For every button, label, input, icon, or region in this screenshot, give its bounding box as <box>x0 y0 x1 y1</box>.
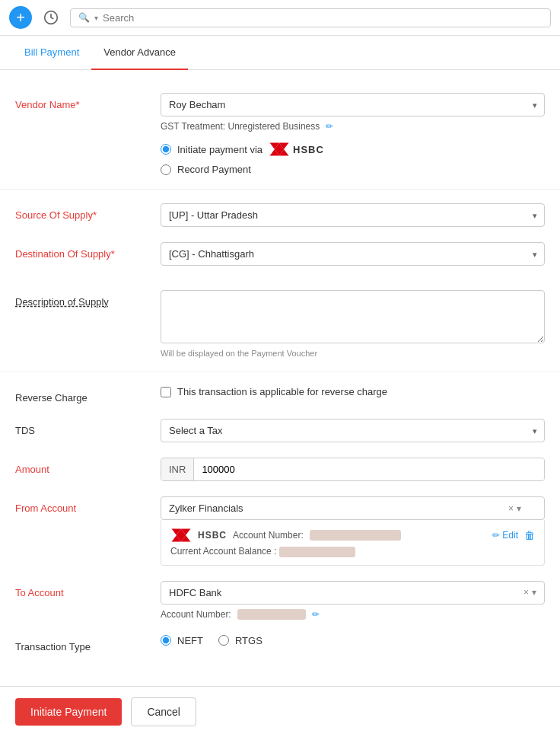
search-icon: 🔍 <box>78 12 90 23</box>
hsbc-mini-logo <box>170 528 192 543</box>
to-account-select-box[interactable]: HDFC Bank × ▾ <box>161 581 545 605</box>
to-account-caret-icon[interactable]: ▾ <box>532 587 536 598</box>
tabs-container: Bill Payment Vendor Advance <box>0 36 560 70</box>
currency-label: INR <box>161 458 194 480</box>
to-account-number-label: Account Number: <box>161 609 231 620</box>
topbar: + 🔍 ▾ <box>0 0 560 36</box>
footer: Initiate Payment Cancel <box>0 686 560 737</box>
transaction-type-row: Transaction Type NEFT RTGS <box>0 627 560 660</box>
to-account-clear-icon[interactable]: × <box>523 587 529 598</box>
reverse-charge-checkbox-label: This transaction is applicable for rever… <box>177 386 387 397</box>
reverse-charge-row: Reverse Charge This transaction is appli… <box>0 378 560 411</box>
neft-radio[interactable]: NEFT <box>161 635 203 646</box>
destination-supply-select[interactable]: [CG] - Chhattisgarh <box>161 242 545 266</box>
amount-row: Amount INR <box>0 450 560 489</box>
destination-supply-label: Destination Of Supply* <box>15 242 148 260</box>
desc-supply-textarea[interactable] <box>161 290 545 343</box>
neft-label: NEFT <box>177 635 203 646</box>
balance-row: Current Account Balance : <box>170 546 535 557</box>
account-number-row: HSBC Account Number: ✏ Edit 🗑 <box>170 528 535 543</box>
initiate-payment-radio-input[interactable] <box>161 144 171 155</box>
tds-select[interactable]: Select a Tax <box>161 419 545 442</box>
cancel-button[interactable]: Cancel <box>131 697 196 726</box>
hsbc-text: HSBC <box>293 144 324 155</box>
delete-account-icon[interactable]: 🗑 <box>524 529 535 541</box>
gst-treatment-value: Unregistered Business <box>228 121 320 132</box>
reverse-charge-label: Reverse Charge <box>15 386 148 404</box>
payment-method-group: Initiate payment via HSBC <box>161 141 545 175</box>
to-account-detail: Account Number: ✏ <box>161 609 545 620</box>
search-bar[interactable]: 🔍 ▾ <box>70 8 551 27</box>
transaction-type-label: Transaction Type <box>15 635 148 652</box>
history-icon[interactable] <box>40 6 62 29</box>
desc-supply-label: Description of Supply <box>15 290 148 308</box>
from-account-row: From Account Zylker Financials × ▾ <box>0 489 560 573</box>
source-supply-label: Source Of Supply* <box>15 203 148 221</box>
desc-supply-row: Description of Supply Will be displayed … <box>0 282 560 365</box>
hsbc-detail-text: HSBC <box>198 530 227 541</box>
vendor-name-select[interactable]: Roy Becham <box>161 93 545 116</box>
to-account-value: HDFC Bank <box>169 587 221 598</box>
vendor-name-row: Vendor Name* Roy Becham GST Treatment: U… <box>0 85 560 183</box>
tds-row: TDS Select a Tax <box>0 411 560 450</box>
to-account-edit-icon[interactable]: ✏ <box>312 609 320 620</box>
record-payment-label: Record Payment <box>177 164 251 175</box>
tab-vendor-advance[interactable]: Vendor Advance <box>91 36 188 70</box>
rtgs-radio[interactable]: RTGS <box>218 635 262 646</box>
from-account-clear-icon[interactable]: × <box>508 503 514 514</box>
add-button[interactable]: + <box>9 6 32 29</box>
initiate-payment-radio[interactable]: Initiate payment via HSBC <box>161 141 545 158</box>
amount-label: Amount <box>15 458 148 475</box>
vendor-name-control: Roy Becham GST Treatment: Unregistered B… <box>161 93 545 175</box>
search-caret-icon: ▾ <box>94 14 98 22</box>
to-account-label: To Account <box>15 581 148 598</box>
from-account-control: Zylker Financials × ▾ <box>161 496 545 566</box>
edit-label: Edit <box>502 530 518 541</box>
from-account-select-box[interactable]: Zylker Financials × ▾ <box>161 496 545 520</box>
hsbc-logo: HSBC <box>269 141 324 158</box>
to-account-control: HDFC Bank × ▾ Account Number: ✏ <box>161 581 545 620</box>
tds-label: TDS <box>15 419 148 436</box>
edit-pencil-icon: ✏ <box>492 530 500 541</box>
form-area: Vendor Name* Roy Becham GST Treatment: U… <box>0 70 560 736</box>
balance-label: Current Account Balance : <box>170 546 276 557</box>
desc-hint: Will be displayed on the Payment Voucher <box>161 349 545 358</box>
destination-supply-control: [CG] - Chhattisgarh <box>161 242 545 266</box>
from-account-value: Zylker Financials <box>169 502 243 514</box>
tds-control: Select a Tax <box>161 419 545 442</box>
record-payment-radio-input[interactable] <box>161 164 171 175</box>
source-supply-control: [UP] - Uttar Pradesh <box>161 203 545 227</box>
record-payment-radio[interactable]: Record Payment <box>161 164 545 175</box>
rtgs-radio-input[interactable] <box>218 635 229 646</box>
destination-supply-row: Destination Of Supply* [CG] - Chhattisga… <box>0 234 560 273</box>
to-account-number-value <box>237 609 306 620</box>
search-input[interactable] <box>103 12 542 24</box>
gst-treatment: GST Treatment: Unregistered Business ✏ <box>161 121 545 132</box>
neft-radio-input[interactable] <box>161 635 171 646</box>
to-account-row: To Account HDFC Bank × ▾ Account Number:… <box>0 573 560 627</box>
transaction-type-control: NEFT RTGS <box>161 635 545 646</box>
edit-account-link[interactable]: ✏ Edit <box>492 530 518 541</box>
source-supply-row: Source Of Supply* [UP] - Uttar Pradesh <box>0 196 560 234</box>
account-number-value <box>310 530 401 541</box>
from-account-caret-icon[interactable]: ▾ <box>517 503 521 514</box>
account-number-label: Account Number: <box>233 530 304 541</box>
balance-value <box>279 547 355 557</box>
rtgs-label: RTGS <box>235 635 262 646</box>
amount-input[interactable] <box>194 458 544 480</box>
initiate-payment-button[interactable]: Initiate Payment <box>15 698 122 726</box>
source-supply-select[interactable]: [UP] - Uttar Pradesh <box>161 203 545 227</box>
from-account-detail-box: HSBC Account Number: ✏ Edit 🗑 Current Ac… <box>161 520 545 566</box>
vendor-name-label: Vendor Name* <box>15 93 148 110</box>
reverse-charge-checkbox[interactable] <box>161 387 171 397</box>
tab-bill-payment[interactable]: Bill Payment <box>12 36 91 70</box>
desc-supply-control: Will be displayed on the Payment Voucher <box>161 290 545 358</box>
initiate-via-label: Initiate payment via <box>177 144 262 155</box>
amount-control: INR <box>161 458 545 481</box>
reverse-charge-control: This transaction is applicable for rever… <box>161 386 545 397</box>
gst-edit-icon[interactable]: ✏ <box>326 121 333 132</box>
from-account-label: From Account <box>15 496 148 514</box>
